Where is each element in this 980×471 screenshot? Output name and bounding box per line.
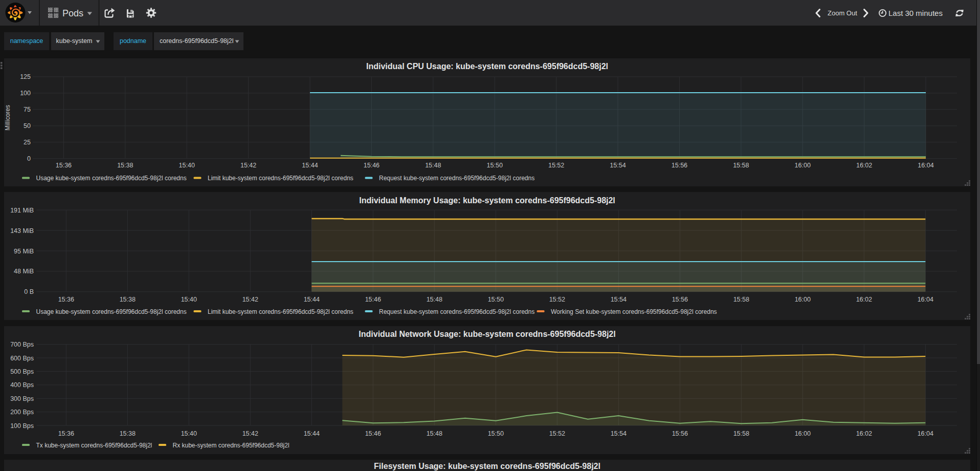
svg-text:15:40: 15:40 (181, 430, 197, 437)
svg-text:15:56: 15:56 (672, 296, 688, 303)
svg-text:75: 75 (24, 106, 31, 113)
svg-text:15:42: 15:42 (242, 430, 258, 437)
svg-text:Filesystem Usage: kube-system: Filesystem Usage: kube-system coredns-69… (374, 462, 600, 470)
svg-text:15:48: 15:48 (427, 430, 442, 437)
svg-text:15:48: 15:48 (427, 296, 442, 303)
svg-text:700 Bps: 700 Bps (10, 341, 34, 348)
svg-text:400 Bps: 400 Bps (10, 381, 34, 389)
svg-text:15:58: 15:58 (733, 296, 749, 303)
svg-text:15:50: 15:50 (487, 161, 503, 168)
svg-text:15:46: 15:46 (364, 161, 380, 168)
svg-text:100 Bps: 100 Bps (10, 422, 34, 429)
svg-text:Individual Network Usage: kube: Individual Network Usage: kube-system co… (359, 330, 615, 338)
svg-text:15:54: 15:54 (611, 296, 627, 303)
svg-text:300 Bps: 300 Bps (10, 395, 34, 402)
svg-text:16:02: 16:02 (856, 296, 872, 303)
svg-text:15:52: 15:52 (548, 161, 564, 168)
svg-text:15:56: 15:56 (672, 161, 687, 168)
svg-text:Individual CPU Usage: kube-sys: Individual CPU Usage: kube-system coredn… (366, 62, 608, 71)
svg-text:15:42: 15:42 (240, 161, 256, 168)
svg-text:Working Set kube-system coredn: Working Set kube-system coredns-695f96dc… (551, 308, 717, 315)
svg-text:15:56: 15:56 (672, 430, 688, 437)
svg-text:48 MiB: 48 MiB (14, 268, 34, 275)
svg-text:15:42: 15:42 (242, 296, 258, 303)
svg-text:Usage kube-system coredns-695f: Usage kube-system coredns-695f96dcd5-98j… (36, 308, 187, 315)
svg-text:0: 0 (27, 155, 31, 162)
svg-text:Individual Memory Usage: kube-: Individual Memory Usage: kube-system cor… (359, 196, 615, 205)
svg-text:Last 30 minutes: Last 30 minutes (888, 9, 943, 17)
svg-text:16:00: 16:00 (795, 430, 811, 437)
svg-text:191 MiB: 191 MiB (10, 207, 34, 214)
svg-text:15:38: 15:38 (120, 296, 136, 303)
svg-text:15:52: 15:52 (549, 430, 565, 437)
svg-text:15:36: 15:36 (56, 161, 72, 168)
svg-text:15:54: 15:54 (610, 161, 626, 168)
svg-text:125: 125 (20, 73, 31, 80)
svg-text:15:44: 15:44 (302, 161, 318, 168)
svg-text:Rx kube-system coredns-695f96d: Rx kube-system coredns-695f96dcd5-98j2l (173, 441, 289, 448)
svg-text:143 MiB: 143 MiB (10, 227, 34, 234)
svg-text:16:00: 16:00 (795, 161, 811, 168)
svg-text:15:46: 15:46 (365, 296, 381, 303)
svg-text:15:40: 15:40 (179, 161, 195, 168)
svg-text:Tx kube-system coredns-695f96d: Tx kube-system coredns-695f96dcd5-98j2l (36, 441, 152, 448)
svg-text:15:38: 15:38 (117, 161, 133, 168)
svg-text:16:04: 16:04 (918, 430, 933, 437)
svg-text:95 MiB: 95 MiB (14, 248, 34, 255)
svg-text:15:48: 15:48 (425, 161, 441, 168)
svg-text:15:52: 15:52 (549, 296, 565, 303)
svg-text:600 Bps: 600 Bps (10, 354, 34, 361)
svg-text:100: 100 (20, 90, 31, 97)
svg-text:15:46: 15:46 (365, 430, 381, 437)
svg-text:Pods: Pods (62, 8, 83, 18)
svg-text:15:40: 15:40 (181, 296, 197, 303)
svg-text:50: 50 (24, 122, 31, 130)
svg-text:16:00: 16:00 (795, 296, 811, 303)
svg-text:15:44: 15:44 (304, 430, 320, 437)
svg-text:16:04: 16:04 (918, 161, 933, 168)
svg-text:500 Bps: 500 Bps (10, 368, 34, 375)
svg-text:16:04: 16:04 (918, 296, 933, 303)
svg-text:16:02: 16:02 (856, 161, 872, 168)
svg-text:200 Bps: 200 Bps (10, 409, 34, 416)
svg-text:0 B: 0 B (24, 288, 34, 295)
svg-text:Limit kube-system coredns-695f: Limit kube-system coredns-695f96dcd5-98j… (208, 308, 353, 315)
svg-text:15:44: 15:44 (304, 296, 320, 303)
svg-text:15:36: 15:36 (58, 296, 74, 303)
svg-text:Millicores: Millicores (4, 104, 11, 130)
svg-text:15:58: 15:58 (733, 161, 749, 168)
svg-text:15:50: 15:50 (488, 430, 504, 437)
svg-text:Request kube-system coredns-69: Request kube-system coredns-695f96dcd5-9… (379, 175, 534, 182)
svg-text:25: 25 (24, 139, 31, 146)
svg-text:15:38: 15:38 (120, 430, 136, 437)
svg-text:15:54: 15:54 (611, 430, 627, 437)
svg-text:Limit kube-system coredns-695f: Limit kube-system coredns-695f96dcd5-98j… (208, 175, 353, 182)
svg-text:15:50: 15:50 (488, 296, 504, 303)
svg-text:Zoom Out: Zoom Out (828, 9, 857, 17)
svg-text:Usage kube-system coredns-695f: Usage kube-system coredns-695f96dcd5-98j… (36, 175, 187, 182)
svg-text:Request kube-system coredns-69: Request kube-system coredns-695f96dcd5-9… (379, 308, 534, 315)
svg-text:15:58: 15:58 (733, 430, 749, 437)
svg-text:15:36: 15:36 (58, 430, 74, 437)
svg-text:16:02: 16:02 (856, 430, 872, 437)
